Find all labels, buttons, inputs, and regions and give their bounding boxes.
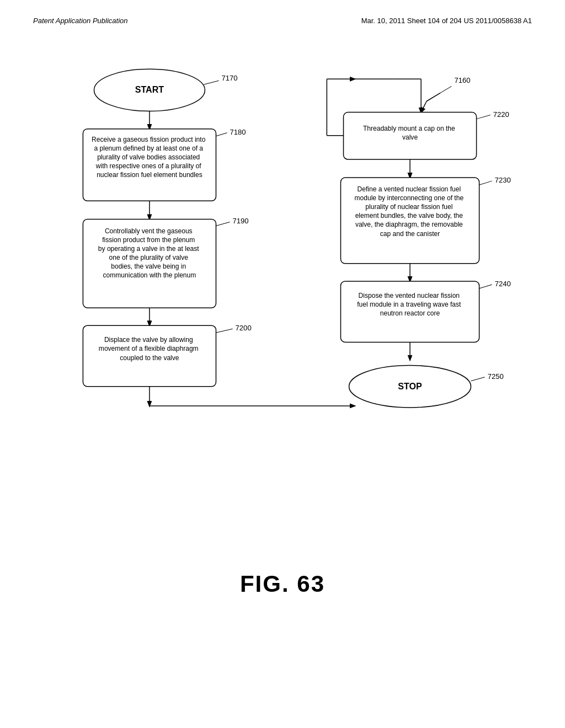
label-7170: 7170 [222,74,238,82]
svg-line-1 [204,81,218,84]
label-7250: 7250 [488,372,504,381]
figure-label: FIG. 63 [33,571,532,597]
label-7180: 7180 [230,128,246,136]
svg-line-7 [216,222,230,226]
svg-line-14 [427,93,440,101]
svg-line-29 [471,377,485,381]
page-header: Patent Application Publication Mar. 10, … [33,17,532,25]
svg-line-4 [216,133,227,136]
svg-line-10 [216,329,232,333]
label-7220: 7220 [493,110,509,119]
label-7240: 7240 [495,280,511,288]
header-publication: Patent Application Publication [33,17,128,25]
page: Patent Application Publication Mar. 10, … [0,0,565,728]
start-label: START [135,84,164,94]
diagram-area: START 7170 Receive a gaseous fission pro… [33,41,532,538]
label-7190: 7190 [233,217,249,225]
svg-line-23 [479,181,492,185]
label-7200: 7200 [236,324,252,332]
n7180-text: Receive a gaseous fission product into a… [92,136,207,179]
stop-label: STOP [398,381,422,391]
svg-line-20 [477,115,491,119]
svg-line-15 [421,101,427,112]
svg-line-13 [440,86,451,93]
label-7160: 7160 [454,76,470,84]
label-7230: 7230 [495,176,511,184]
svg-line-26 [479,285,492,288]
header-info: Mar. 10, 2011 Sheet 104 of 204 US 2011/0… [361,17,532,25]
flowchart-svg: START 7170 Receive a gaseous fission pro… [33,41,532,538]
